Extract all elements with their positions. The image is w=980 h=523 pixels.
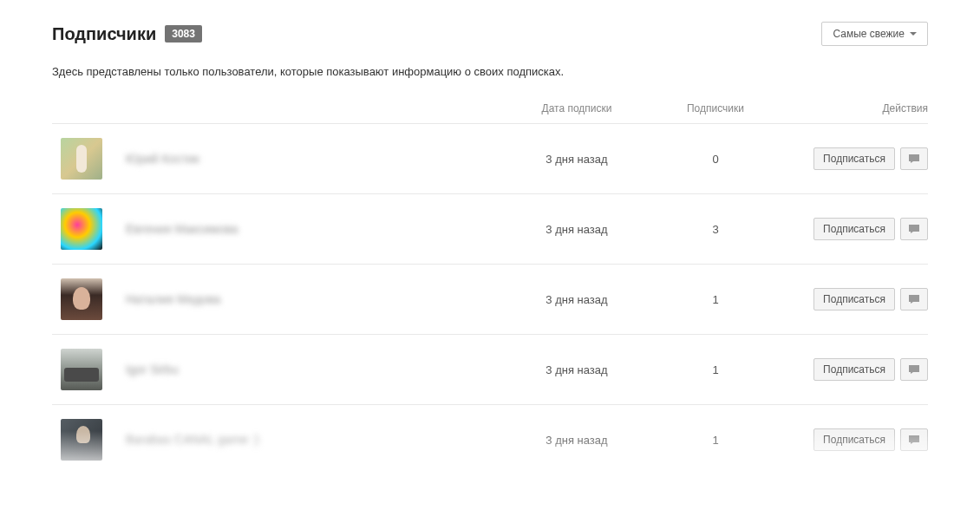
subscribers-count: 1 (712, 363, 718, 376)
subscribe-date: 3 дня назад (546, 293, 607, 306)
actions-cell: Подписаться (781, 288, 928, 311)
message-icon (908, 224, 920, 234)
subs-cell: 1 (650, 434, 781, 447)
message-icon (908, 364, 920, 375)
name-cell: Barabas CANAL game :) (126, 433, 503, 447)
subs-cell: 1 (650, 293, 781, 306)
date-cell: 3 дня назад (503, 223, 650, 236)
message-button[interactable] (900, 218, 928, 240)
col-subs-header: Подписчики (650, 102, 781, 114)
subscribe-button[interactable]: Подписаться (813, 358, 895, 381)
chevron-down-icon (910, 32, 917, 36)
avatar-cell (52, 278, 126, 320)
sort-label: Самые свежие (833, 28, 905, 40)
message-icon (908, 294, 920, 304)
user-name-link[interactable]: Евгения Максимова (126, 222, 238, 236)
subscribers-count: 0 (712, 153, 718, 166)
page-title: Подписчики (52, 24, 156, 44)
subscribe-date: 3 дня назад (546, 363, 607, 376)
date-cell: 3 дня назад (503, 293, 650, 306)
header-row: Подписчики 3083 Самые свежие (52, 22, 928, 46)
description-text: Здесь представлены только пользователи, … (52, 65, 928, 78)
actions-cell: Подписаться (781, 218, 928, 240)
subscribe-date: 3 дня назад (546, 434, 607, 447)
actions-cell: Подписаться (781, 147, 928, 170)
rows-container: Юрий Костик3 дня назад0ПодписатьсяЕвгени… (52, 123, 928, 474)
avatar-cell (52, 138, 126, 180)
table-row: Igor Sirbu3 дня назад1Подписаться (52, 334, 928, 404)
subscribers-count: 3 (712, 223, 718, 236)
date-cell: 3 дня назад (503, 153, 650, 166)
message-button[interactable] (900, 428, 928, 451)
subscribe-date: 3 дня назад (546, 153, 607, 166)
subscribe-button[interactable]: Подписаться (813, 428, 895, 451)
table-row: Евгения Максимова3 дня назад3Подписаться (52, 193, 928, 264)
name-cell: Евгения Максимова (126, 222, 503, 236)
table-row: Наталия Медова3 дня назад1Подписаться (52, 264, 928, 334)
message-button[interactable] (900, 358, 928, 381)
avatar[interactable] (61, 419, 102, 461)
subs-cell: 0 (650, 153, 781, 166)
subscribers-count: 1 (712, 293, 718, 306)
avatar-cell (52, 419, 126, 461)
col-actions-header: Действия (781, 102, 928, 114)
sort-dropdown[interactable]: Самые свежие (821, 22, 928, 46)
subs-cell: 3 (650, 223, 781, 236)
name-cell: Наталия Медова (126, 292, 503, 306)
message-button[interactable] (900, 147, 928, 170)
subscribers-page: Подписчики 3083 Самые свежие Здесь предс… (0, 0, 980, 474)
columns-header: Дата подписки Подписчики Действия (52, 102, 928, 123)
avatar[interactable] (61, 278, 102, 320)
name-cell: Юрий Костик (126, 152, 503, 166)
subs-cell: 1 (650, 363, 781, 376)
subscribe-button[interactable]: Подписаться (813, 218, 895, 240)
count-badge: 3083 (165, 25, 202, 42)
actions-cell: Подписаться (781, 428, 928, 451)
subscribe-button[interactable]: Подписаться (813, 288, 895, 311)
date-cell: 3 дня назад (503, 363, 650, 376)
col-date-header: Дата подписки (503, 102, 650, 114)
avatar[interactable] (61, 208, 102, 250)
date-cell: 3 дня назад (503, 434, 650, 447)
user-name-link[interactable]: Наталия Медова (126, 292, 220, 306)
subscribers-count: 1 (712, 434, 718, 447)
avatar-cell (52, 208, 126, 250)
user-name-link[interactable]: Barabas CANAL game :) (126, 433, 259, 447)
message-button[interactable] (900, 288, 928, 311)
subscribe-date: 3 дня назад (546, 223, 607, 236)
actions-cell: Подписаться (781, 358, 928, 381)
table-row: Юрий Костик3 дня назад0Подписаться (52, 123, 928, 193)
message-icon (908, 154, 920, 164)
user-name-link[interactable]: Юрий Костик (126, 152, 199, 166)
subscribe-button[interactable]: Подписаться (813, 147, 895, 170)
message-icon (908, 435, 920, 445)
avatar[interactable] (61, 349, 102, 390)
name-cell: Igor Sirbu (126, 363, 503, 376)
title-wrap: Подписчики 3083 (52, 24, 202, 44)
user-name-link[interactable]: Igor Sirbu (126, 363, 179, 376)
avatar-cell (52, 349, 126, 390)
avatar[interactable] (61, 138, 102, 180)
table-row: Barabas CANAL game :)3 дня назад1Подписа… (52, 404, 928, 474)
